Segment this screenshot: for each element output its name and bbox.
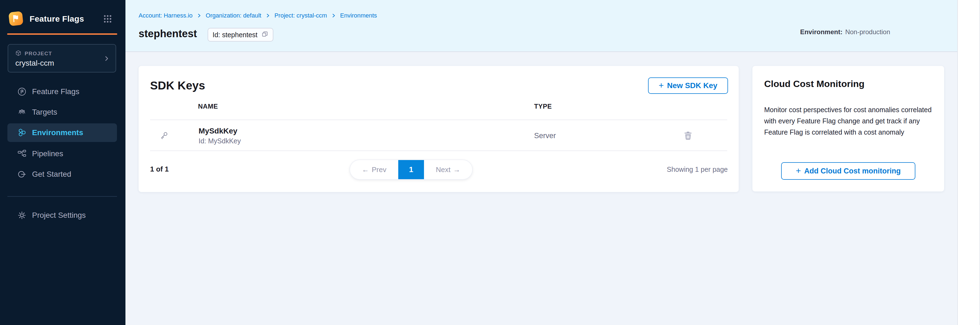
pagination-count: 1 of 1 xyxy=(150,165,169,173)
sdk-key-id: Id: MySdkKey xyxy=(199,137,241,145)
table-divider xyxy=(150,151,727,151)
plus-icon: + xyxy=(795,166,801,175)
breadcrumb-chevron-icon xyxy=(331,13,336,18)
sidebar-item-pipelines[interactable]: Pipelines xyxy=(7,144,117,163)
environment-id-chip: Id: stephentest xyxy=(208,28,274,41)
pipelines-icon xyxy=(17,149,27,159)
cloud-cost-card: Cloud Cost Monitoring Monitor cost persp… xyxy=(752,66,944,192)
sidebar-item-label: Pipelines xyxy=(32,149,63,158)
hexagons-environments-icon xyxy=(17,128,27,137)
environment-id-text: Id: stephentest xyxy=(213,31,258,39)
page-number-button[interactable]: 1 xyxy=(398,160,424,179)
app-title: Feature Flags xyxy=(30,14,84,24)
sdk-key-name: MySdkKey xyxy=(199,127,237,135)
breadcrumb-account[interactable]: Account: Harness.io xyxy=(138,12,192,19)
column-header-name: NAME xyxy=(198,103,218,110)
sdk-keys-title: SDK Keys xyxy=(150,79,205,92)
breadcrumb-project[interactable]: Project: crystal-ccm xyxy=(274,12,327,19)
next-page-button[interactable]: Next → xyxy=(424,160,472,179)
sidebar-item-label: Targets xyxy=(32,108,57,117)
sidebar-item-feature-flags[interactable]: Feature Flags xyxy=(7,82,117,101)
project-selector[interactable]: PROJECT crystal-ccm xyxy=(8,44,116,73)
sidebar-item-label: Feature Flags xyxy=(32,87,80,96)
plus-icon: + xyxy=(659,81,664,90)
sidebar-divider xyxy=(7,196,117,197)
scrollbar-gutter xyxy=(957,0,980,325)
sidebar-item-targets[interactable]: Targets xyxy=(7,103,117,122)
sdk-keys-card: SDK Keys + New SDK Key NAME TYPE MySdkKe… xyxy=(138,66,739,192)
sidebar-item-project-settings[interactable]: Project Settings xyxy=(7,206,117,225)
brand-accent-rule xyxy=(7,33,117,35)
sdk-key-icon xyxy=(160,132,168,140)
sidebar-item-label: Environments xyxy=(32,128,83,137)
chevron-right-icon xyxy=(103,55,110,63)
cloud-cost-description: Monitor cost perspectives for cost anoma… xyxy=(764,104,933,138)
environment-type: Environment:Non-production xyxy=(800,28,890,36)
breadcrumb-environments[interactable]: Environments xyxy=(340,12,377,19)
sidebar-item-label: Get Started xyxy=(32,170,71,179)
environment-type-value: Non-production xyxy=(845,28,890,36)
app-window: Feature Flags PROJECT crystal-ccm xyxy=(0,0,980,325)
sidebar-item-get-started[interactable]: Get Started xyxy=(7,165,117,184)
sidebar-item-environments[interactable]: Environments xyxy=(7,124,117,142)
main-content: SDK Keys + New SDK Key NAME TYPE MySdkKe… xyxy=(126,52,957,325)
environment-type-label: Environment: xyxy=(800,28,843,36)
column-header-type: TYPE xyxy=(534,103,552,110)
cloud-cost-title: Cloud Cost Monitoring xyxy=(764,79,864,89)
prev-page-button[interactable]: ← Prev xyxy=(350,160,398,179)
project-name: crystal-ccm xyxy=(15,59,54,68)
add-cloud-cost-monitoring-button[interactable]: + Add Cloud Cost monitoring xyxy=(781,162,915,180)
sdk-key-type: Server xyxy=(534,132,556,140)
project-label: PROJECT xyxy=(25,51,52,57)
pagination: ← Prev 1 Next → xyxy=(350,160,473,180)
new-sdk-key-button[interactable]: + New SDK Key xyxy=(648,78,728,94)
project-cube-icon xyxy=(15,50,21,57)
gear-icon xyxy=(17,211,27,220)
arrow-right-icon: → xyxy=(453,165,460,174)
sidebar-item-label: Project Settings xyxy=(32,211,86,220)
pagination-showing-label: Showing 1 per page xyxy=(667,165,728,173)
sidebar: Feature Flags PROJECT crystal-ccm xyxy=(0,0,126,325)
feature-flags-logo-icon xyxy=(8,11,24,26)
breadcrumb-organization[interactable]: Organization: default xyxy=(206,12,261,19)
page-title: stephentest xyxy=(138,28,197,40)
arrow-left-icon: ← xyxy=(362,165,369,174)
flag-circle-icon xyxy=(17,87,27,96)
people-icon xyxy=(17,108,27,117)
delete-key-button[interactable] xyxy=(683,130,693,140)
breadcrumb-chevron-icon xyxy=(197,13,201,18)
copy-icon[interactable] xyxy=(261,31,269,39)
page-header: Account: Harness.io Organization: defaul… xyxy=(126,0,957,52)
table-divider xyxy=(150,120,727,120)
app-switcher-grid-icon[interactable] xyxy=(103,15,112,23)
breadcrumb: Account: Harness.io Organization: defaul… xyxy=(138,12,377,19)
get-started-icon xyxy=(17,170,27,179)
breadcrumb-chevron-icon xyxy=(266,13,270,18)
